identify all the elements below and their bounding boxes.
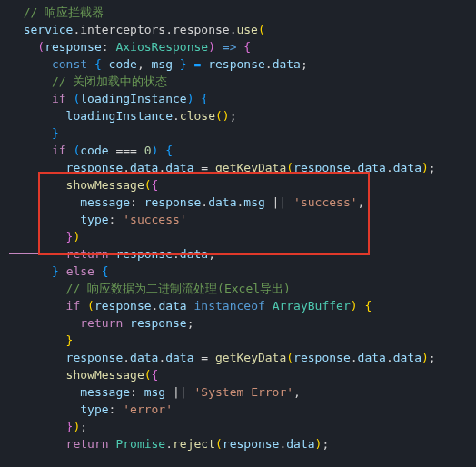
code-line: } <box>0 124 476 142</box>
code-line: }); <box>0 418 476 435</box>
code-line: } else { <box>0 263 476 280</box>
code-line: if (code === 0) { <box>0 142 476 159</box>
code-line: return Promise.reject(response.data); <box>0 435 476 452</box>
code-editor[interactable]: // 响应拦截器 service.interceptors.response.u… <box>0 0 476 456</box>
code-line: }) <box>0 228 476 245</box>
code-line: // 响应数据为二进制流处理(Excel导出) <box>0 280 476 297</box>
code-line: // 关闭加载中的状态 <box>0 73 476 90</box>
code-line: service.interceptors.response.use( <box>0 21 476 38</box>
code-line: response.data.data = getKeyData(response… <box>0 159 476 176</box>
code-line: const { code, msg } = response.data; <box>0 55 476 73</box>
code-line: type: 'error' <box>0 401 476 418</box>
code-line: return response; <box>0 314 476 332</box>
code-line: type: 'success' <box>0 211 476 228</box>
code-line: response.data.data = getKeyData(response… <box>0 349 476 366</box>
code-line: showMessage({ <box>0 176 476 194</box>
code-line: return response.data; <box>0 245 476 263</box>
code-line: (response: AxiosResponse) => { <box>0 38 476 55</box>
code-line: } <box>0 332 476 349</box>
code-line: if (loadingInstance) { <box>0 90 476 107</box>
code-line: showMessage({ <box>0 366 476 383</box>
code-line: loadingInstance.close(); <box>0 107 476 124</box>
code-line: message: response.data.msg || 'success', <box>0 194 476 211</box>
code-line: message: msg || 'System Error', <box>0 383 476 401</box>
code-line: // 响应拦截器 <box>0 4 476 21</box>
code-line: if (response.data instanceof ArrayBuffer… <box>0 297 476 314</box>
